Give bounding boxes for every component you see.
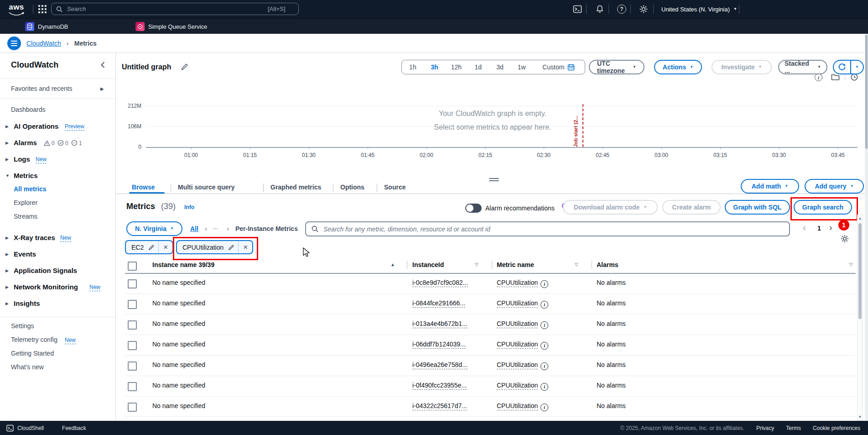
- table-row[interactable]: No name specified i-0f490fcc23955e... CP…: [125, 376, 856, 397]
- services-grid-icon[interactable]: [38, 5, 47, 15]
- breadcrumb-cloudwatch-link[interactable]: CloudWatch: [26, 40, 61, 47]
- remove-token-icon[interactable]: ×: [159, 243, 172, 252]
- history-icon[interactable]: [850, 73, 858, 83]
- instance-id-link[interactable]: i-0496ea26e758d...: [412, 361, 468, 369]
- instance-id-link[interactable]: i-0844fce291666...: [412, 299, 465, 308]
- footer-feedback[interactable]: Feedback: [62, 425, 86, 431]
- table-row[interactable]: No name specified i-0844fce291666... CPU…: [125, 293, 856, 314]
- favorite-sqs[interactable]: Simple Queue Service: [135, 22, 207, 31]
- global-search[interactable]: [Alt+S]: [51, 3, 299, 15]
- help-icon[interactable]: ?: [617, 5, 626, 14]
- time-range-custom[interactable]: Custom: [533, 60, 585, 74]
- row-checkbox[interactable]: [128, 320, 137, 330]
- footer-privacy[interactable]: Privacy: [756, 425, 774, 431]
- footer-cloudshell[interactable]: CloudShell: [17, 425, 44, 431]
- metric-info-icon[interactable]: i: [541, 383, 548, 391]
- info-link[interactable]: Info: [184, 204, 194, 210]
- sidebar-item-metrics[interactable]: ▼ Metrics: [0, 172, 116, 181]
- time-range-1w[interactable]: 1w: [511, 60, 533, 74]
- sidebar-item-streams[interactable]: Streams: [0, 213, 116, 222]
- edit-token-pencil-icon[interactable]: [147, 244, 158, 251]
- instance-id-link[interactable]: i-013a4e4b672b1...: [412, 320, 468, 328]
- row-checkbox[interactable]: [128, 403, 137, 412]
- namespace-crumb-ellipsis[interactable]: ...: [213, 223, 218, 231]
- actions-dropdown[interactable]: Actions▼: [654, 60, 702, 74]
- sidebar-item-application-signals[interactable]: ▶ Application Signals: [0, 267, 116, 276]
- tab-options[interactable]: Options: [340, 183, 364, 191]
- region-filter-dropdown[interactable]: N. Virginia▼: [126, 221, 182, 236]
- download-alarm-code-button[interactable]: Download alarm code▼: [563, 200, 658, 215]
- time-range-3h-selected[interactable]: 3h: [424, 60, 446, 74]
- tab-source[interactable]: Source: [384, 183, 405, 191]
- sort-icon[interactable]: ▽: [575, 262, 578, 267]
- metric-info-icon[interactable]: i: [541, 404, 548, 411]
- region-selector[interactable]: United States (N. Virginia) ▼: [661, 0, 737, 18]
- scroll-up-icon[interactable]: ▲: [858, 216, 862, 220]
- metric-info-icon[interactable]: i: [541, 321, 548, 329]
- column-header-instance-id[interactable]: InstanceId: [412, 261, 444, 268]
- time-range-1d[interactable]: 1d: [467, 60, 489, 74]
- table-row[interactable]: No name specified i-06ddf7b124039... CPU…: [125, 335, 856, 356]
- add-math-button[interactable]: Add math▼: [741, 179, 799, 194]
- table-preferences-gear-icon[interactable]: [840, 234, 849, 245]
- page-number[interactable]: 1: [817, 225, 821, 232]
- new-badge[interactable]: New: [65, 337, 76, 344]
- column-header-metric-name[interactable]: Metric name: [497, 261, 534, 268]
- create-alarm-button[interactable]: Create alarm: [662, 200, 721, 215]
- sidebar-item-settings[interactable]: Settings: [0, 322, 116, 331]
- hamburger-menu-icon[interactable]: [7, 37, 21, 50]
- namespace-crumb-all[interactable]: All: [190, 225, 198, 232]
- row-checkbox[interactable]: [128, 382, 137, 391]
- instance-id-link[interactable]: i-0c8e9d7cf9c082...: [412, 279, 468, 287]
- panel-scrollbar[interactable]: ▲ ▼: [857, 215, 863, 421]
- timezone-dropdown[interactable]: UTC timezone▼: [589, 60, 645, 74]
- settings-gear-icon[interactable]: [639, 5, 648, 16]
- sidebar-item-logs[interactable]: ▶ Logs New: [0, 155, 116, 164]
- row-checkbox[interactable]: [128, 300, 137, 309]
- investigate-dropdown[interactable]: Investigate▼: [712, 60, 772, 74]
- next-page-icon[interactable]: ›: [829, 223, 832, 232]
- refresh-options-chevron-icon[interactable]: ▼: [851, 61, 863, 73]
- column-header-instance-name[interactable]: Instance name 39/39: [152, 261, 214, 268]
- alarm-recommendations-toggle[interactable]: [465, 204, 482, 213]
- sidebar-item-telemetry-config[interactable]: Telemetry config New: [0, 336, 116, 345]
- sidebar-item-getting-started[interactable]: Getting Started: [0, 350, 116, 359]
- aws-logo[interactable]: aws: [8, 3, 25, 16]
- row-checkbox[interactable]: [128, 279, 137, 288]
- sort-ascending-icon[interactable]: ▲: [390, 262, 395, 267]
- new-badge[interactable]: New: [89, 284, 100, 291]
- scrollbar-thumb[interactable]: [858, 223, 862, 319]
- folder-icon[interactable]: [831, 73, 840, 83]
- new-badge[interactable]: New: [36, 156, 47, 163]
- cloudshell-icon[interactable]: [573, 5, 582, 16]
- graph-type-dropdown[interactable]: Stacked ...▼: [778, 60, 827, 74]
- sidebar-item-favorites-recents[interactable]: Favorites and recents ▶: [0, 85, 116, 94]
- select-all-checkbox[interactable]: [128, 262, 137, 271]
- sort-icon[interactable]: ▽: [475, 262, 478, 267]
- sidebar-item-alarms[interactable]: ▶ Alarms 0 0 1: [0, 139, 116, 148]
- footer-cookie-preferences[interactable]: Cookie preferences: [813, 425, 860, 431]
- scroll-down-icon[interactable]: ▼: [858, 415, 862, 419]
- metric-info-icon[interactable]: i: [541, 342, 548, 350]
- instance-id-link[interactable]: i-06ddf7b124039...: [412, 341, 466, 349]
- sidebar-item-explorer[interactable]: Explorer: [0, 199, 116, 208]
- time-range-12h[interactable]: 12h: [446, 60, 468, 74]
- filter-token-ec2[interactable]: EC2 ×: [125, 240, 173, 254]
- panel-resize-handle-icon[interactable]: [489, 177, 499, 183]
- refresh-icon[interactable]: [834, 61, 851, 73]
- graph-with-sql-button[interactable]: Graph with SQL: [725, 200, 790, 215]
- global-search-input[interactable]: [66, 5, 264, 13]
- metric-search-input[interactable]: [322, 225, 762, 233]
- sidebar-item-dashboards[interactable]: Dashboards: [0, 106, 116, 115]
- sidebar-item-network-monitoring[interactable]: ▶ Network Monitoring New: [0, 283, 116, 292]
- favorite-dynamodb[interactable]: DynamoDB: [25, 22, 68, 31]
- sort-icon[interactable]: ▽: [849, 262, 853, 267]
- instance-id-link[interactable]: i-0f490fcc23955e...: [412, 382, 467, 390]
- preview-badge[interactable]: Preview: [65, 123, 84, 131]
- metric-search[interactable]: [305, 221, 790, 236]
- table-row[interactable]: No name specified i-0c8e9d7cf9c082... CP…: [125, 273, 856, 294]
- page-scrollbar-thumb[interactable]: [865, 35, 868, 149]
- tab-multi-source-query[interactable]: Multi source query: [178, 183, 234, 191]
- edit-title-pencil-icon[interactable]: [181, 63, 188, 73]
- table-row[interactable]: No name specified i-013a4e4b672b1... CPU…: [125, 314, 856, 335]
